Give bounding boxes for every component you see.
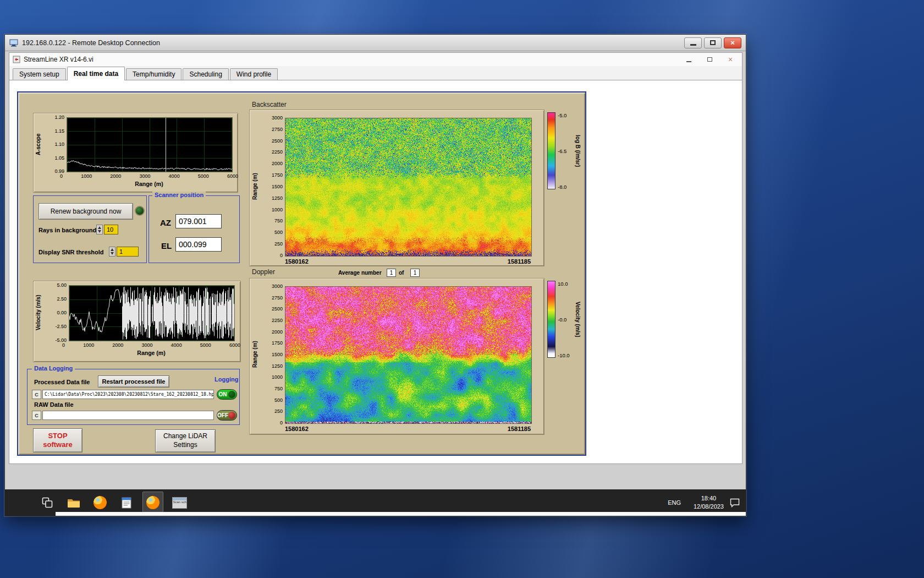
processed-path-field[interactable]: C:\Lidar\Data\Proc\2023\202308\20230812\… <box>42 390 214 399</box>
velocity-y-ticks: 5.002.500.00-2.50-5.00 <box>45 282 67 343</box>
change-lidar-settings-button[interactable]: Change LiDAR Settings <box>155 429 216 452</box>
close-icon: × <box>730 39 735 46</box>
elevation-value-field[interactable]: 000.099 <box>175 237 222 252</box>
backscatter-colorbar-ticks: -5.0-6.5-8.0 <box>558 112 574 189</box>
backscatter-title: Backscatter <box>252 101 287 108</box>
toggle-knob-icon <box>228 412 235 419</box>
ascope-y-ticks: 1.201.151.101.050.99 <box>43 114 64 174</box>
rdp-window: 192.168.0.122 - Remote Desktop Connectio… <box>4 34 746 516</box>
tab-system-setup[interactable]: System setup <box>13 68 66 80</box>
close-icon: × <box>728 56 733 63</box>
app-minimize-button[interactable] <box>680 54 697 64</box>
average-number-label: Average number <box>338 270 382 276</box>
backscatter-colorbar: -5.0-6.5-8.0 log B (/m/sr) <box>547 112 587 196</box>
bottom-window-edge <box>56 512 746 516</box>
velocity-plot-area <box>69 285 235 341</box>
app-icon <box>13 56 20 63</box>
remote-desktop: StreamLine XR v14-6.vi × System setup Re… <box>5 51 746 516</box>
scan-schedule-window-button[interactable]: Scan sched <box>169 492 190 514</box>
average-total-field[interactable]: 1 <box>410 269 420 277</box>
change-line2: Settings <box>173 441 197 449</box>
minimize-icon <box>690 44 696 46</box>
average-number-field[interactable]: 1 <box>387 269 396 277</box>
velocity-x-axis-label: Range (m) <box>69 350 234 356</box>
tab-scheduling[interactable]: Scheduling <box>183 68 228 80</box>
raw-logging-toggle[interactable]: OFF <box>217 410 237 421</box>
tab-real-time-data[interactable]: Real time data <box>67 67 125 80</box>
notification-bubble-icon <box>729 498 740 508</box>
doppler-title: Doppler <box>252 268 275 276</box>
ascope-x-ticks: 0100020003000400050006000 <box>60 173 238 179</box>
renew-background-button[interactable]: Renew background now <box>38 203 133 220</box>
backscatter-y-axis-label: Range (m) <box>252 118 258 255</box>
backscatter-chart: Range (m) 300027502500225020001750150012… <box>249 110 544 266</box>
rdp-titlebar[interactable]: 192.168.0.122 - Remote Desktop Connectio… <box>5 35 746 51</box>
rdp-maximize-button[interactable] <box>704 37 722 48</box>
spin-down-icon[interactable] <box>111 252 114 255</box>
app-window-title: StreamLine XR v14-6.vi <box>24 56 676 63</box>
remote-computer-icon <box>9 39 18 47</box>
backscatter-x-start: 1580162 <box>285 258 309 265</box>
processed-drive-selector[interactable]: C <box>32 390 41 399</box>
maximize-icon <box>710 40 716 45</box>
raw-path-field[interactable] <box>42 411 214 420</box>
doppler-x-end: 1581185 <box>508 426 531 432</box>
rdp-minimize-button[interactable] <box>684 37 702 48</box>
average-of-label: of <box>399 270 404 276</box>
document-app-button[interactable] <box>116 492 137 514</box>
spin-up-icon[interactable] <box>111 248 114 251</box>
processed-data-file-label: Processed Data file <box>34 379 90 385</box>
maximize-icon <box>707 57 712 62</box>
spin-up-icon[interactable] <box>98 226 101 229</box>
scanner-position-title: Scanner position <box>152 192 206 198</box>
doppler-colorbar: 10.0-0.0-10.0 Velocity (m/s) <box>547 281 587 364</box>
tab-temp-humidity[interactable]: Temp/humidity <box>126 68 182 80</box>
ascope-x-axis-label: Range (m) <box>67 181 232 187</box>
ascope-y-axis-label: A-scope <box>35 117 41 171</box>
rays-in-background-label: Rays in background <box>38 227 96 233</box>
off-label: OFF <box>217 412 228 418</box>
firefox-icon <box>146 496 160 509</box>
velocity-y-axis-label: Velocity (m/s) <box>35 285 41 340</box>
file-explorer-button[interactable] <box>63 492 84 514</box>
scanner-position-group: Scanner position AZ 079.001 EL 000.099 <box>148 195 240 263</box>
processed-logging-toggle[interactable]: ON <box>217 389 237 400</box>
tab-wind-profile[interactable]: Wind profile <box>230 68 278 80</box>
rays-value-field[interactable]: 10 <box>104 225 118 235</box>
doppler-y-axis-label: Range (m) <box>252 286 258 423</box>
document-icon <box>122 497 131 509</box>
data-logging-title: Data Logging <box>32 365 75 372</box>
snr-spinner[interactable] <box>109 247 116 257</box>
clock-date: 12/08/2023 <box>694 503 724 511</box>
doppler-plot-area <box>285 286 532 424</box>
ascope-chart: A-scope 1.201.151.101.050.99 01000200030… <box>33 113 238 193</box>
on-label: ON <box>217 391 228 397</box>
stop-software-button[interactable]: STOP software <box>33 428 82 452</box>
doppler-colorbar-gradient <box>547 281 556 358</box>
doppler-chart: Range (m) 300027502500225020001750150012… <box>249 278 544 435</box>
scan-schedule-window-icon: Scan sched <box>172 497 187 509</box>
renew-status-led <box>135 206 145 216</box>
restart-processed-file-button[interactable]: Restart processed file <box>98 375 169 388</box>
task-view-button[interactable] <box>37 492 58 514</box>
logging-label: Logging <box>215 376 238 383</box>
backscatter-plot-area <box>285 118 532 257</box>
firefox-button[interactable] <box>90 492 111 514</box>
azimuth-value-field[interactable]: 079.001 <box>175 214 222 228</box>
minimize-icon <box>686 61 691 62</box>
rdp-close-button[interactable]: × <box>724 37 741 48</box>
app-maximize-button[interactable] <box>701 54 718 64</box>
elevation-label: EL <box>161 241 172 250</box>
rays-spinner[interactable] <box>96 225 103 235</box>
snr-value-field[interactable]: 1 <box>117 247 139 257</box>
raw-drive-selector[interactable]: C <box>32 411 41 420</box>
app-close-button[interactable]: × <box>722 54 739 64</box>
firefox-active-button[interactable] <box>142 492 163 514</box>
raw-data-file-label: RAW Data file <box>34 401 74 408</box>
doppler-x-start: 1580162 <box>285 426 309 432</box>
backscatter-y-ticks: 3000275025002250200017501500125010007505… <box>263 115 283 258</box>
tab-bar: System setup Real time data Temp/humidit… <box>9 66 742 80</box>
spin-down-icon[interactable] <box>98 230 101 233</box>
app-titlebar[interactable]: StreamLine XR v14-6.vi × <box>9 53 742 66</box>
stop-line2: software <box>43 440 72 449</box>
